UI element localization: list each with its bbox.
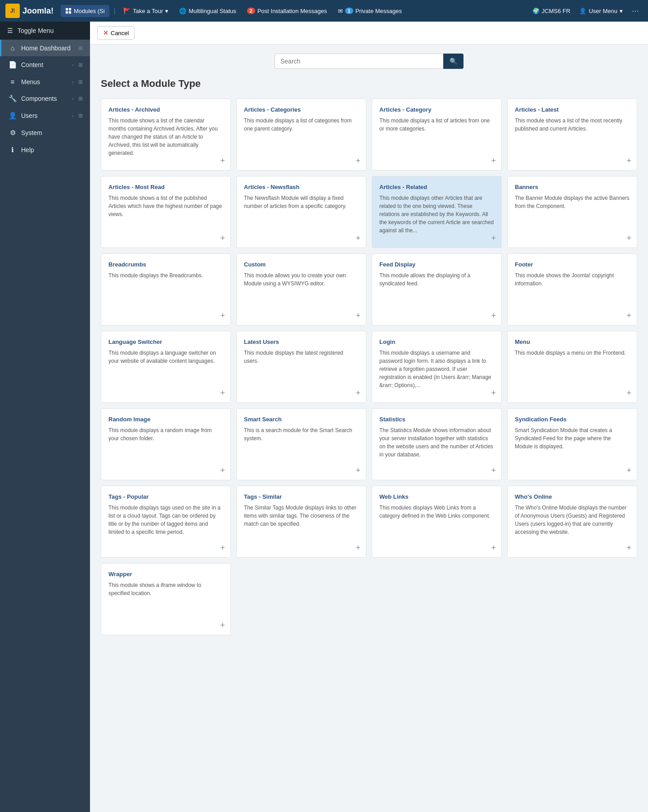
multilingual-label: Multilingual Status xyxy=(189,8,236,14)
module-card-articles-category[interactable]: Articles - CategoryThis module displays … xyxy=(372,99,502,171)
message-icon: ✉ xyxy=(338,8,343,14)
module-desc-tags-similar: The Similar Tags Module displays links t… xyxy=(244,504,359,550)
module-add-icon-random-image[interactable]: + xyxy=(220,466,225,475)
user-menu-label: User Menu xyxy=(589,8,617,14)
joomla-logo-icon: J! xyxy=(5,4,20,18)
private-messages-button[interactable]: ✉ 1 Private Messages xyxy=(334,5,405,17)
module-card-articles-categories[interactable]: Articles - CategoriesThis module display… xyxy=(236,99,366,171)
module-add-icon-articles-most-read[interactable]: + xyxy=(220,234,225,243)
module-add-icon-articles-newsflash[interactable]: + xyxy=(356,234,360,243)
module-add-icon-smart-search[interactable]: + xyxy=(356,466,360,475)
module-card-syndication-feeds[interactable]: Syndication FeedsSmart Syndication Modul… xyxy=(507,408,637,480)
sidebar-users-label: Users xyxy=(21,112,68,119)
module-card-articles-archived[interactable]: Articles - ArchivedThis module shows a l… xyxy=(101,99,231,171)
module-desc-whos-online: The Who's Online Module displays the num… xyxy=(515,504,630,550)
module-add-icon-whos-online[interactable]: + xyxy=(626,543,631,553)
module-add-icon-tags-similar[interactable]: + xyxy=(356,543,360,553)
home-grid-icon: ⊞ xyxy=(78,45,83,51)
module-card-wrapper[interactable]: WrapperThis module shows a iframe window… xyxy=(101,563,231,635)
module-card-tags-similar[interactable]: Tags - SimilarThe Similar Tags Module di… xyxy=(236,486,366,558)
jcms-icon: 🌍 xyxy=(532,8,540,14)
post-install-button[interactable]: 2 Post Installation Messages xyxy=(243,5,331,17)
modules-btn-label: Modules (Si xyxy=(74,8,105,14)
sidebar-item-help[interactable]: ℹ Help xyxy=(0,141,90,158)
search-input[interactable] xyxy=(274,54,443,69)
module-title-whos-online: Who's Online xyxy=(515,493,630,500)
multilingual-icon: 🌐 xyxy=(179,8,186,14)
main-content: ✕ Cancel 🔍 Select a Module Type Articles… xyxy=(90,22,648,812)
more-options-button[interactable]: ⋯ xyxy=(628,5,643,18)
module-title-footer: Footer xyxy=(515,261,630,268)
module-add-icon-login[interactable]: + xyxy=(491,388,496,398)
module-add-icon-articles-related[interactable]: + xyxy=(491,234,496,243)
module-desc-wrapper: This module shows a iframe window to spe… xyxy=(108,581,223,627)
svg-rect-0 xyxy=(66,8,68,10)
sidebar-item-home[interactable]: ⌂ Home Dashboard ⊞ xyxy=(0,40,90,56)
module-add-icon-feed-display[interactable]: + xyxy=(491,311,496,320)
module-desc-login: This module displays a username and pass… xyxy=(379,349,494,395)
logo[interactable]: J! Joomla! xyxy=(5,4,54,18)
module-add-icon-articles-archived[interactable]: + xyxy=(220,156,225,166)
module-title-articles-categories: Articles - Categories xyxy=(244,106,359,113)
module-card-latest-users[interactable]: Latest UsersThis module displays the lat… xyxy=(236,331,366,403)
module-add-icon-breadcrumbs[interactable]: + xyxy=(220,311,225,320)
svg-rect-2 xyxy=(66,11,68,14)
module-title-statistics: Statistics xyxy=(379,416,494,423)
module-card-random-image[interactable]: Random ImageThis module displays a rando… xyxy=(101,408,231,480)
module-title-syndication-feeds: Syndication Feeds xyxy=(515,416,630,423)
sidebar-item-users[interactable]: 👤 Users › ⊞ xyxy=(0,107,90,124)
module-title-wrapper: Wrapper xyxy=(108,571,223,577)
module-desc-smart-search: This is a search module for the Smart Se… xyxy=(244,426,359,473)
module-card-login[interactable]: LoginThis module displays a username and… xyxy=(372,331,502,403)
module-add-icon-articles-category[interactable]: + xyxy=(491,156,496,166)
sidebar-item-components[interactable]: 🔧 Components › ⊞ xyxy=(0,90,90,107)
module-add-icon-articles-latest[interactable]: + xyxy=(626,156,631,166)
module-desc-random-image: This module displays a random image from… xyxy=(108,426,223,473)
cancel-button[interactable]: ✕ Cancel xyxy=(97,26,135,40)
module-add-icon-articles-categories[interactable]: + xyxy=(356,156,360,166)
module-card-articles-latest[interactable]: Articles - LatestThis module shows a lis… xyxy=(507,99,637,171)
module-card-web-links[interactable]: Web LinksThis modules displays Web Links… xyxy=(372,486,502,558)
sidebar-item-system[interactable]: ⚙ System xyxy=(0,124,90,141)
module-card-smart-search[interactable]: Smart SearchThis is a search module for … xyxy=(236,408,366,480)
module-card-feed-display[interactable]: Feed DisplayThis module allows the displ… xyxy=(372,253,502,325)
module-card-articles-most-read[interactable]: Articles - Most ReadThis module shows a … xyxy=(101,176,231,248)
module-add-icon-statistics[interactable]: + xyxy=(491,466,496,475)
module-card-custom[interactable]: CustomThis module allows you to create y… xyxy=(236,253,366,325)
take-tour-button[interactable]: 🚩 Take a Tour ▾ xyxy=(120,5,172,17)
module-card-language-switcher[interactable]: Language SwitcherThis module displays a … xyxy=(101,331,231,403)
module-card-footer[interactable]: FooterThis module shows the Joomla! copy… xyxy=(507,253,637,325)
module-desc-latest-users: This module displays the latest register… xyxy=(244,349,359,395)
module-desc-footer: This module shows the Joomla! copyright … xyxy=(515,271,630,318)
sidebar-help-label: Help xyxy=(21,146,83,153)
module-add-icon-custom[interactable]: + xyxy=(356,311,360,320)
module-card-articles-related[interactable]: Articles - RelatedThis module displays o… xyxy=(372,176,502,248)
jcms-button[interactable]: 🌍 JCMS6 FR xyxy=(529,5,574,17)
module-title-login: Login xyxy=(379,338,494,345)
module-card-whos-online[interactable]: Who's OnlineThe Who's Online Module disp… xyxy=(507,486,637,558)
multilingual-button[interactable]: 🌐 Multilingual Status xyxy=(176,5,240,17)
module-card-tags-popular[interactable]: Tags - PopularThis module displays tags … xyxy=(101,486,231,558)
user-menu-button[interactable]: 👤 User Menu ▾ xyxy=(576,5,626,17)
modules-button[interactable]: Modules (Si xyxy=(61,5,109,17)
module-add-icon-syndication-feeds[interactable]: + xyxy=(626,466,631,475)
module-desc-articles-category: This module displays a list of articles … xyxy=(379,117,494,163)
search-button[interactable]: 🔍 xyxy=(443,54,464,69)
toggle-menu-item[interactable]: ☰ Toggle Menu xyxy=(0,22,90,40)
module-add-icon-language-switcher[interactable]: + xyxy=(220,388,225,398)
tour-icon: 🚩 xyxy=(123,8,130,14)
module-card-breadcrumbs[interactable]: BreadcrumbsThis module displays the Brea… xyxy=(101,253,231,325)
module-add-icon-latest-users[interactable]: + xyxy=(356,388,360,398)
module-add-icon-banners[interactable]: + xyxy=(626,234,631,243)
sidebar-item-menus[interactable]: ≡ Menus › ⊞ xyxy=(0,73,90,90)
sidebar-item-content[interactable]: 📄 Content › ⊞ xyxy=(0,56,90,73)
module-add-icon-wrapper[interactable]: + xyxy=(220,621,225,630)
module-add-icon-web-links[interactable]: + xyxy=(491,543,496,553)
module-card-banners[interactable]: BannersThe Banner Module displays the ac… xyxy=(507,176,637,248)
module-add-icon-tags-popular[interactable]: + xyxy=(220,543,225,553)
module-card-articles-newsflash[interactable]: Articles - NewsflashThe Newsflash Module… xyxy=(236,176,366,248)
module-add-icon-footer[interactable]: + xyxy=(626,311,631,320)
module-add-icon-menu[interactable]: + xyxy=(626,388,631,398)
module-card-statistics[interactable]: StatisticsThe Statistics Module shows in… xyxy=(372,408,502,480)
module-card-menu[interactable]: MenuThis module displays a menu on the F… xyxy=(507,331,637,403)
